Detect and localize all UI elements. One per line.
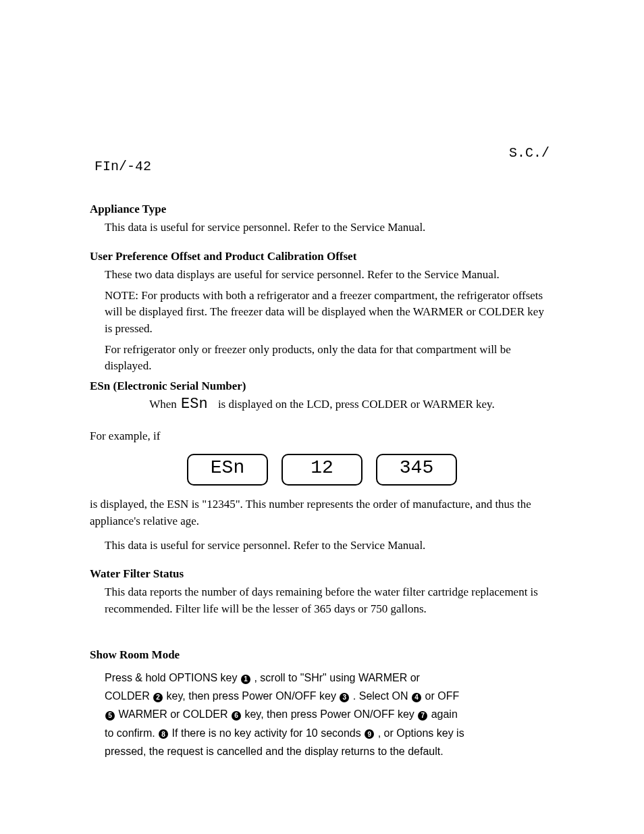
esn-display-box-3: 345 xyxy=(376,454,457,486)
esn-display-box-1: ESn xyxy=(187,454,268,486)
esn-after-boxes: is displayed, the ESN is "12345". This n… xyxy=(90,496,554,529)
calibration-para-2: NOTE: For products with both a refrigera… xyxy=(105,288,554,338)
esn-extra-para: This data is useful for service personne… xyxy=(105,538,554,554)
showroom-l3-end: again xyxy=(431,708,458,720)
esn-intro-suffix: is displayed on the LCD, press COLDER or… xyxy=(218,398,495,411)
showroom-l3-mid2: key, then press Power ON/OFF key xyxy=(244,708,417,720)
esn-code-inline: ESn xyxy=(181,396,208,413)
circled-6-icon: 6 xyxy=(232,711,241,721)
circled-1-icon: 1 xyxy=(241,675,250,684)
showroom-l1-suffix: , scroll to "SHr" using WARMER or xyxy=(254,672,419,683)
section-title-esn: ESn (Electronic Serial Number) xyxy=(90,380,246,393)
showroom-l2-prefix: COLDER xyxy=(105,690,153,702)
section-title-calibration: User Preference Offset and Product Calib… xyxy=(90,250,356,263)
section-title-showroom: Show Room Mode xyxy=(90,648,180,662)
showroom-l5: pressed, the request is cancelled and th… xyxy=(105,746,444,757)
calibration-para-1: These two data displays are useful for s… xyxy=(105,267,554,284)
showroom-l3-mid1: WARMER or COLDER xyxy=(118,708,231,720)
showroom-l2-end: or OFF xyxy=(425,690,460,702)
circled-4-icon: 4 xyxy=(412,693,421,702)
calibration-para-3: For refrigerator only or freezer only pr… xyxy=(105,342,554,375)
mfr-model-label: FIn/-42 xyxy=(95,159,151,174)
appliance-type-body: This data is useful for service personne… xyxy=(105,219,554,236)
showroom-l4-end: , or Options key is xyxy=(378,727,464,739)
sc-label: S.C./ xyxy=(509,145,549,161)
esn-intro-prefix: When xyxy=(149,398,180,411)
circled-8-icon: 8 xyxy=(159,729,168,739)
showroom-l1-prefix: Press & hold OPTIONS key xyxy=(105,672,240,683)
showroom-l4-mid: If there is no key activity for 10 secon… xyxy=(172,727,365,739)
esn-display-row: ESn 12 345 xyxy=(0,454,644,486)
showroom-l2-mid2: . Select ON xyxy=(353,690,411,702)
section-title-filter: Water Filter Status xyxy=(90,567,184,581)
circled-5-icon: 5 xyxy=(105,711,115,721)
showroom-l2-mid1: key, then press Power ON/OFF key xyxy=(167,690,340,702)
section-title-appliance-type: Appliance Type xyxy=(90,203,166,216)
esn-example-label: For example, if xyxy=(90,429,160,443)
circled-9-icon: 9 xyxy=(365,729,374,739)
esn-display-box-2: 12 xyxy=(281,454,363,486)
showroom-l4-prefix: to confirm. xyxy=(105,727,158,739)
showroom-body: Press & hold OPTIONS key 1 , scroll to "… xyxy=(105,669,554,760)
circled-2-icon: 2 xyxy=(153,693,163,702)
filter-body: This data reports the number of days rem… xyxy=(105,584,554,617)
circled-3-icon: 3 xyxy=(340,693,349,702)
circled-7-icon: 7 xyxy=(418,711,427,721)
